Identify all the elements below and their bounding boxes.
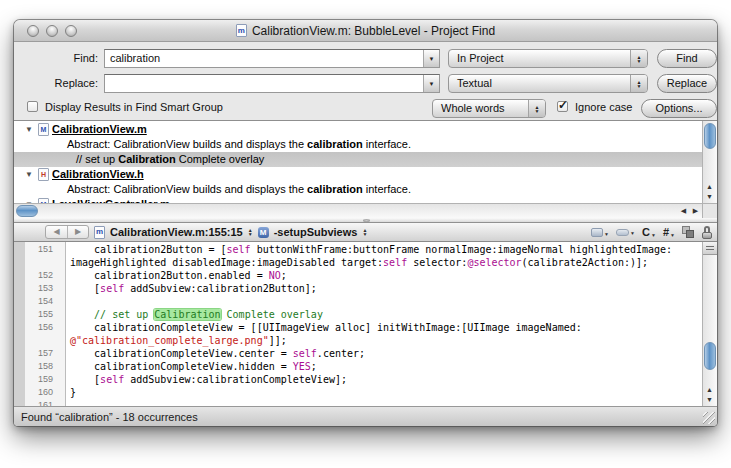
lock-button[interactable]	[702, 226, 712, 239]
bookmarks-menu[interactable]: ▼	[591, 228, 609, 237]
code-token: YES	[293, 361, 311, 372]
caret-down-icon: ▼	[651, 232, 656, 238]
code-line: 153 [self addSubview:calibration2Button]…	[14, 282, 702, 295]
code-token: ]];	[269, 335, 287, 346]
replace-button[interactable]: Replace	[657, 74, 717, 93]
file-stepper[interactable]: ▲▼	[248, 228, 253, 236]
match-style-popup[interactable]: Whole words ▲▼	[432, 99, 546, 118]
result-detail-row[interactable]: Abstract: CalibrationView builds and dis…	[14, 182, 702, 197]
result-text: calibration	[307, 138, 363, 150]
breakpoints-menu[interactable]: ▼	[616, 229, 635, 236]
code-token: self	[227, 244, 251, 255]
options-button[interactable]: Options...	[641, 99, 717, 118]
minimize-button[interactable]	[46, 25, 58, 37]
c-menu-label: C	[642, 226, 650, 238]
forward-button[interactable]: ▶	[67, 226, 88, 238]
code-token: buttonWithFrame:buttonFrame normalImage:…	[251, 244, 672, 255]
find-panel: Find: calibration ▼ In Project ▲▼ Find R…	[14, 42, 717, 120]
symbol-menu[interactable]: -setupSubviews	[274, 226, 358, 238]
counterpart-button[interactable]	[682, 226, 695, 239]
h-file-icon: h	[38, 168, 49, 181]
back-button[interactable]: ◀	[46, 226, 67, 238]
ignore-case-checkbox[interactable]: ✓	[557, 101, 568, 112]
m-file-icon: m	[38, 123, 49, 136]
code-token: [	[70, 283, 100, 294]
scroll-right-icon[interactable]: ▶	[689, 204, 702, 218]
line-number: 160	[14, 386, 60, 399]
result-detail-row[interactable]: Abstract: CalibrationView builds and dis…	[14, 137, 702, 152]
code-token: [	[70, 374, 100, 385]
code-token: self	[293, 348, 317, 359]
code-token: .center;	[317, 348, 365, 359]
scroll-down-icon[interactable]: ▼	[703, 192, 716, 202]
result-text: Abstract: CalibrationView builds and dis…	[67, 138, 307, 150]
result-file-row[interactable]: ▼hCalibrationView.h	[14, 167, 702, 182]
code-line: @"calibration_complete_large.png"]];	[14, 334, 702, 347]
scroll-up-icon[interactable]: ▲	[703, 385, 716, 395]
breakpoint-icon	[616, 229, 629, 236]
current-file-icon: m	[94, 226, 105, 239]
code-line: 152 calibration2Button.enabled = NO;	[14, 269, 702, 282]
editor-vertical-scrollbar[interactable]: ▲ ▼	[702, 242, 717, 406]
code-line: 154	[14, 295, 702, 308]
scroll-down-icon[interactable]: ▼	[703, 395, 716, 405]
pane-splitter[interactable]	[14, 218, 717, 223]
history-nav: ◀ ▶	[45, 225, 89, 239]
find-history-dropdown-icon[interactable]: ▼	[423, 50, 439, 67]
includes-menu[interactable]: #▼	[663, 226, 675, 238]
scrollbar-thumb[interactable]	[704, 342, 716, 370]
zoom-button[interactable]	[65, 25, 77, 37]
symbol-stepper[interactable]: ▲▼	[362, 228, 367, 236]
scope-popup[interactable]: In Project ▲▼	[448, 49, 648, 68]
smart-group-checkbox[interactable]	[27, 101, 38, 112]
code-token: @"calibration_complete_large.png"	[70, 335, 269, 346]
line-number: 156	[14, 321, 60, 334]
code-text: calibration2Button.enabled = NO;	[60, 269, 287, 282]
find-input[interactable]: calibration ▼	[104, 49, 440, 68]
mode-popup[interactable]: Textual ▲▼	[448, 74, 648, 93]
result-text: // set up	[76, 153, 118, 165]
window-controls	[27, 25, 77, 37]
nav-bar-tools: ▼ ▼ C▼ #▼	[591, 226, 712, 239]
code-text: [self addSubview:calibration2Button];	[60, 282, 317, 295]
replace-label: Replace:	[14, 74, 98, 93]
close-button[interactable]	[27, 25, 39, 37]
code-line: 156 calibrationCompleteView = [[UIImageV…	[14, 321, 702, 334]
scrollbar-thumb[interactable]	[704, 123, 716, 149]
code-editor[interactable]: 151 calibration2Button = [self buttonWit…	[14, 242, 717, 406]
search-match-highlight: Calibration	[154, 309, 220, 320]
results-horizontal-scrollbar[interactable]: ◀ ▶	[14, 203, 702, 218]
replace-history-dropdown-icon[interactable]: ▼	[423, 75, 439, 92]
code-token: // set up	[94, 309, 154, 320]
disclosure-triangle-icon[interactable]: ▼	[25, 167, 33, 182]
title-bar[interactable]: m CalibrationView.m: BubbleLevel - Proje…	[14, 20, 717, 42]
code-text: }	[60, 386, 76, 399]
result-file-row[interactable]: ▼mCalibrationView.m	[14, 122, 702, 137]
class-hierarchy-menu[interactable]: C▼	[642, 226, 656, 238]
code-text: calibrationCompleteView.hidden = YES;	[60, 360, 317, 373]
scrollbar-thumb[interactable]	[16, 205, 38, 217]
resize-grip[interactable]	[703, 412, 715, 424]
result-text: interface.	[363, 183, 411, 195]
disclosure-triangle-icon[interactable]: ▼	[25, 122, 33, 137]
hash-menu-label: #	[663, 226, 669, 238]
code-token: self	[100, 374, 124, 385]
code-token: calibrationCompleteView = [[UIImageView …	[70, 322, 582, 333]
result-match-row[interactable]: // set up Calibration Complete overlay	[14, 152, 702, 167]
search-results-pane: ▼mCalibrationView.mAbstract: Calibration…	[14, 120, 717, 218]
status-text: Found “calibration” - 18 occurrences	[21, 411, 198, 423]
popup-arrows-icon: ▲▼	[630, 75, 647, 92]
results-list[interactable]: ▼mCalibrationView.mAbstract: Calibration…	[14, 122, 702, 212]
replace-input[interactable]: ▼	[104, 74, 440, 93]
file-location-menu[interactable]: CalibrationView.m:155:15	[110, 226, 243, 238]
code-line: 161	[14, 399, 702, 406]
method-icon: M	[258, 227, 269, 238]
code-text: calibrationCompleteView = [[UIImageView …	[60, 321, 582, 334]
find-button[interactable]: Find	[657, 49, 717, 68]
split-editor-button[interactable]	[703, 242, 717, 255]
lock-icon	[704, 226, 710, 232]
code-text: calibration2Button = [self buttonWithFra…	[60, 243, 672, 256]
results-vertical-scrollbar[interactable]: ▲ ▼	[702, 121, 717, 203]
code-token: self	[383, 257, 407, 268]
scroll-up-icon[interactable]: ▲	[703, 182, 716, 192]
